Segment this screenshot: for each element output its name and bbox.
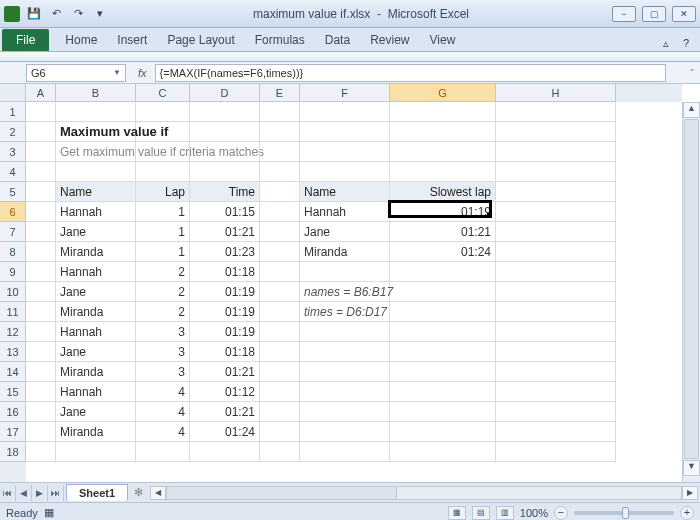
cell-E2[interactable]: [260, 122, 300, 142]
cell-C1[interactable]: [136, 102, 190, 122]
cell-F2[interactable]: [300, 122, 390, 142]
cell-C18[interactable]: [136, 442, 190, 462]
tab-home[interactable]: Home: [55, 29, 107, 51]
cell-G8[interactable]: 01:24: [390, 242, 496, 262]
cell-F5[interactable]: Name: [300, 182, 390, 202]
cell-H13[interactable]: [496, 342, 616, 362]
cell-A17[interactable]: [26, 422, 56, 442]
scroll-left-icon[interactable]: ◀: [150, 486, 166, 500]
cell-E1[interactable]: [260, 102, 300, 122]
select-all-corner[interactable]: [0, 84, 26, 102]
maximize-button[interactable]: ▢: [642, 6, 666, 22]
cell-A2[interactable]: [26, 122, 56, 142]
cell-E3[interactable]: [260, 142, 300, 162]
row-header-13[interactable]: 13: [0, 342, 26, 362]
cell-G5[interactable]: Slowest lap: [390, 182, 496, 202]
page-layout-view-icon[interactable]: ▤: [472, 506, 490, 520]
column-header-b[interactable]: B: [56, 84, 136, 102]
cell-D1[interactable]: [190, 102, 260, 122]
cell-A9[interactable]: [26, 262, 56, 282]
cell-H2[interactable]: [496, 122, 616, 142]
cell-H7[interactable]: [496, 222, 616, 242]
row-header-7[interactable]: 7: [0, 222, 26, 242]
cell-G18[interactable]: [390, 442, 496, 462]
cell-A16[interactable]: [26, 402, 56, 422]
cell-F15[interactable]: [300, 382, 390, 402]
cell-C14[interactable]: 3: [136, 362, 190, 382]
cell-H4[interactable]: [496, 162, 616, 182]
cell-C2[interactable]: [136, 122, 190, 142]
cell-C15[interactable]: 4: [136, 382, 190, 402]
cell-E13[interactable]: [260, 342, 300, 362]
cell-D16[interactable]: 01:21: [190, 402, 260, 422]
cell-F4[interactable]: [300, 162, 390, 182]
cell-A1[interactable]: [26, 102, 56, 122]
normal-view-icon[interactable]: ▦: [448, 506, 466, 520]
cell-G10[interactable]: [390, 282, 496, 302]
cell-G1[interactable]: [390, 102, 496, 122]
column-header-e[interactable]: E: [260, 84, 300, 102]
cell-A8[interactable]: [26, 242, 56, 262]
cell-D4[interactable]: [190, 162, 260, 182]
cell-A10[interactable]: [26, 282, 56, 302]
cell-C12[interactable]: 3: [136, 322, 190, 342]
cell-A14[interactable]: [26, 362, 56, 382]
row-header-6[interactable]: 6: [0, 202, 26, 222]
zoom-out-button[interactable]: −: [554, 506, 568, 520]
help-icon[interactable]: ?: [678, 35, 694, 51]
cell-H6[interactable]: [496, 202, 616, 222]
row-header-4[interactable]: 4: [0, 162, 26, 182]
row-header-1[interactable]: 1: [0, 102, 26, 122]
cell-C8[interactable]: 1: [136, 242, 190, 262]
cell-H14[interactable]: [496, 362, 616, 382]
cell-B11[interactable]: Miranda: [56, 302, 136, 322]
cell-H9[interactable]: [496, 262, 616, 282]
cell-A12[interactable]: [26, 322, 56, 342]
cell-B15[interactable]: Hannah: [56, 382, 136, 402]
column-header-f[interactable]: F: [300, 84, 390, 102]
cell-H1[interactable]: [496, 102, 616, 122]
cell-B16[interactable]: Jane: [56, 402, 136, 422]
tab-page-layout[interactable]: Page Layout: [157, 29, 244, 51]
vscroll-thumb[interactable]: [684, 119, 699, 459]
cell-C17[interactable]: 4: [136, 422, 190, 442]
redo-icon[interactable]: ↷: [68, 4, 88, 24]
cell-F18[interactable]: [300, 442, 390, 462]
cell-B8[interactable]: Miranda: [56, 242, 136, 262]
cell-E6[interactable]: [260, 202, 300, 222]
row-header-3[interactable]: 3: [0, 142, 26, 162]
zoom-level[interactable]: 100%: [520, 507, 548, 519]
vertical-scrollbar[interactable]: ▲ ▼: [682, 102, 700, 482]
cell-D14[interactable]: 01:21: [190, 362, 260, 382]
cell-E10[interactable]: [260, 282, 300, 302]
prev-sheet-icon[interactable]: ◀: [16, 485, 32, 501]
cell-D5[interactable]: Time: [190, 182, 260, 202]
cell-G15[interactable]: [390, 382, 496, 402]
cell-A13[interactable]: [26, 342, 56, 362]
macro-record-icon[interactable]: ▦: [44, 506, 54, 519]
cell-D12[interactable]: 01:19: [190, 322, 260, 342]
cell-C5[interactable]: Lap: [136, 182, 190, 202]
cell-D15[interactable]: 01:12: [190, 382, 260, 402]
column-header-h[interactable]: H: [496, 84, 616, 102]
cell-D7[interactable]: 01:21: [190, 222, 260, 242]
cell-D8[interactable]: 01:23: [190, 242, 260, 262]
cell-C3[interactable]: [136, 142, 190, 162]
row-header-12[interactable]: 12: [0, 322, 26, 342]
cell-G14[interactable]: [390, 362, 496, 382]
row-header-8[interactable]: 8: [0, 242, 26, 262]
cell-G3[interactable]: [390, 142, 496, 162]
row-header-16[interactable]: 16: [0, 402, 26, 422]
undo-icon[interactable]: ↶: [46, 4, 66, 24]
cell-E17[interactable]: [260, 422, 300, 442]
grid[interactable]: Maximum value ifGet maximum value if cri…: [26, 102, 682, 482]
fx-icon[interactable]: fx: [134, 67, 151, 79]
cell-A15[interactable]: [26, 382, 56, 402]
cell-C13[interactable]: 3: [136, 342, 190, 362]
cell-E14[interactable]: [260, 362, 300, 382]
hscroll-thumb[interactable]: [167, 487, 397, 499]
cell-B3[interactable]: Get maximum value if criteria matches: [56, 142, 136, 162]
cell-E9[interactable]: [260, 262, 300, 282]
cell-H5[interactable]: [496, 182, 616, 202]
cell-E4[interactable]: [260, 162, 300, 182]
